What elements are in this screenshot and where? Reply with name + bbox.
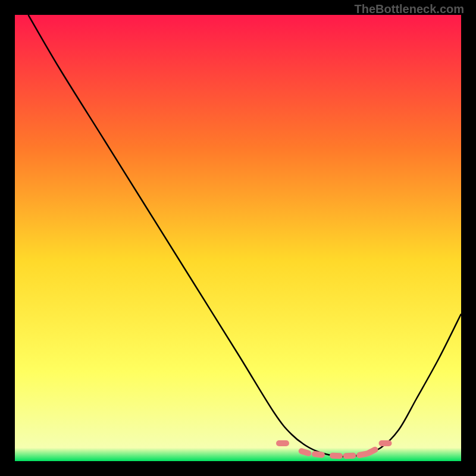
- gradient-background: [15, 15, 461, 461]
- chart-svg: [15, 15, 461, 461]
- curve-marker: [379, 440, 392, 446]
- chart-root: TheBottleneck.com: [0, 0, 476, 476]
- curve-marker: [343, 452, 356, 459]
- curve-marker: [276, 440, 289, 446]
- curve-marker: [330, 453, 343, 459]
- plot-area: [15, 15, 461, 461]
- watermark-text: TheBottleneck.com: [355, 2, 464, 16]
